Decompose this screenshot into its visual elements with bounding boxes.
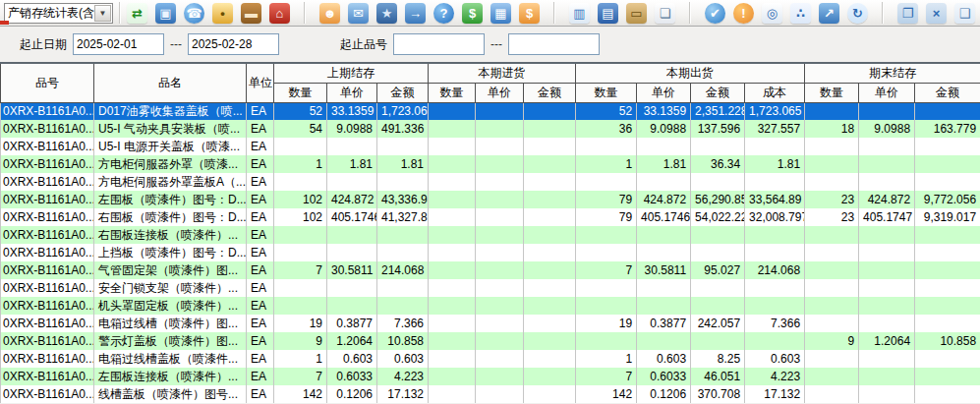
- cell-in-amount[interactable]: [524, 350, 576, 368]
- cell-out-cost[interactable]: 17.132: [745, 385, 805, 403]
- cell-end-price[interactable]: [859, 173, 915, 191]
- cell-in-qty[interactable]: [429, 191, 476, 208]
- cell-in-qty[interactable]: [429, 173, 476, 191]
- cell-out-price[interactable]: [637, 297, 691, 315]
- search-document-icon[interactable]: ◎: [762, 3, 782, 24]
- cell-end-price[interactable]: [859, 368, 915, 385]
- cell-end-qty[interactable]: 23: [805, 191, 859, 208]
- cell-unit[interactable]: EA: [247, 155, 274, 173]
- header-end-price[interactable]: 单价: [859, 83, 915, 102]
- cell-in-price[interactable]: [476, 350, 524, 368]
- cell-out-cost[interactable]: 1.81: [745, 155, 805, 173]
- cell-in-price[interactable]: [476, 155, 524, 173]
- cell-prev-qty[interactable]: 52: [274, 102, 327, 120]
- cell-unit[interactable]: EA: [247, 120, 274, 138]
- cell-prev-qty[interactable]: 9: [274, 332, 327, 350]
- cell-end-amount[interactable]: [915, 244, 980, 261]
- cell-end-qty[interactable]: [805, 368, 859, 385]
- help-icon[interactable]: ?: [433, 3, 454, 24]
- cell-end-qty[interactable]: [805, 138, 859, 155]
- cell-in-amount[interactable]: [524, 173, 576, 191]
- phone-icon[interactable]: ☎: [184, 3, 204, 24]
- cell-out-cost[interactable]: 1,723.065: [745, 102, 805, 120]
- cell-end-qty[interactable]: [805, 244, 859, 261]
- header-prev-qty[interactable]: 数量: [274, 83, 327, 102]
- chevron-down-icon[interactable]: ▼: [94, 5, 111, 22]
- cell-prev-amount[interactable]: 1.81: [377, 155, 429, 173]
- cell-item-name[interactable]: 气管固定架（喷漆件）图...: [94, 261, 247, 279]
- cell-prev-qty[interactable]: 19: [274, 315, 327, 332]
- cell-item-no[interactable]: 0XRX-B1161A0...: [1, 120, 94, 138]
- cell-out-cost[interactable]: 4.223: [745, 368, 805, 385]
- refresh-icon[interactable]: ↻: [847, 3, 868, 24]
- cell-out-amount[interactable]: 36.34: [691, 155, 745, 173]
- restore-window-icon[interactable]: ❐: [897, 3, 918, 24]
- cell-out-price[interactable]: [637, 226, 691, 244]
- cell-prev-amount[interactable]: [377, 297, 429, 315]
- copy-icon[interactable]: ❏: [655, 3, 675, 24]
- cell-end-amount[interactable]: [915, 173, 980, 191]
- cell-out-cost[interactable]: 33,564.89: [745, 191, 805, 208]
- cell-out-amount[interactable]: [691, 173, 745, 191]
- cell-out-price[interactable]: 1.81: [637, 155, 691, 173]
- cell-end-amount[interactable]: [915, 261, 980, 279]
- table-row[interactable]: 0XRX-B1161A0...U5-I 气动夹具安装板（喷...EA549.09…: [1, 120, 980, 138]
- cell-item-no[interactable]: 0XRX-B1161A0...: [1, 279, 94, 297]
- cell-prev-amount[interactable]: 10.858: [377, 332, 429, 350]
- cell-out-qty[interactable]: 36: [576, 120, 637, 138]
- cell-unit[interactable]: EA: [247, 350, 274, 368]
- cell-in-amount[interactable]: [524, 138, 576, 155]
- cell-out-amount[interactable]: [691, 332, 745, 350]
- table-row[interactable]: 0XRX-B1161A0...警示灯盖板（喷漆件）图...EA91.206410…: [1, 332, 980, 350]
- cell-prev-amount[interactable]: 41,327.814: [377, 208, 429, 226]
- cell-prev-qty[interactable]: 102: [274, 191, 327, 208]
- cell-prev-price[interactable]: 30.5811: [327, 261, 377, 279]
- cell-unit[interactable]: EA: [247, 244, 274, 261]
- cell-item-no[interactable]: 0XRX-B1161A0...: [1, 368, 94, 385]
- cell-out-cost[interactable]: 32,008.797: [745, 208, 805, 226]
- cell-item-name[interactable]: 安全门锁支架（喷漆件）...: [94, 279, 247, 297]
- cell-prev-qty[interactable]: 1: [274, 155, 327, 173]
- cart-icon[interactable]: ▦: [490, 3, 511, 24]
- table-row[interactable]: 0XRX-B1161A0...D017油雾收集器盖板（喷...EA5233.13…: [1, 102, 980, 120]
- cell-out-qty[interactable]: 1: [576, 155, 637, 173]
- table-row[interactable]: 0XRX-B1161A0...气管固定架（喷漆件）图...EA730.58112…: [1, 261, 980, 279]
- cell-end-qty[interactable]: [805, 385, 859, 403]
- cell-in-qty[interactable]: [429, 208, 476, 226]
- cell-prev-qty[interactable]: [274, 138, 327, 155]
- cell-out-cost[interactable]: [745, 279, 805, 297]
- cell-item-name[interactable]: 电箱过线槽盖板（喷漆件...: [94, 350, 247, 368]
- cell-item-no[interactable]: 0XRX-B1161A0...: [1, 102, 94, 120]
- cell-out-qty[interactable]: 1: [576, 350, 637, 368]
- cell-out-cost[interactable]: [745, 297, 805, 315]
- cell-end-qty[interactable]: [805, 173, 859, 191]
- cell-item-no[interactable]: 0XRX-B1161A0...: [1, 350, 94, 368]
- cell-end-price[interactable]: [859, 244, 915, 261]
- header-out-qty[interactable]: 数量: [576, 83, 637, 102]
- cell-in-amount[interactable]: [524, 191, 576, 208]
- approve-icon[interactable]: ✔: [705, 3, 725, 24]
- cell-in-price[interactable]: [476, 368, 524, 385]
- cell-prev-qty[interactable]: 142: [274, 385, 327, 403]
- cell-item-name[interactable]: 右围板（喷漆件）图号：D...: [94, 208, 247, 226]
- item-to-input[interactable]: [508, 33, 600, 55]
- cell-in-price[interactable]: [476, 191, 524, 208]
- cell-end-qty[interactable]: 18: [805, 120, 859, 138]
- cell-prev-qty[interactable]: [274, 226, 327, 244]
- cell-out-cost[interactable]: [745, 226, 805, 244]
- cell-item-name[interactable]: 左围板（喷漆件）图号：D...: [94, 191, 247, 208]
- alarm-bell-icon[interactable]: !: [733, 3, 754, 24]
- cell-in-amount[interactable]: [524, 155, 576, 173]
- cell-item-name[interactable]: 右围板连接板（喷漆件）...: [94, 226, 247, 244]
- table-row[interactable]: 0XRX-B1161A0...方电柜伺服器外罩盖板A（...EA: [1, 173, 980, 191]
- cell-in-price[interactable]: [476, 138, 524, 155]
- cell-out-cost[interactable]: 327.557: [745, 120, 805, 138]
- cell-out-qty[interactable]: [576, 279, 637, 297]
- cell-in-qty[interactable]: [429, 244, 476, 261]
- cell-in-amount[interactable]: [524, 208, 576, 226]
- cell-in-amount[interactable]: [524, 315, 576, 332]
- cell-out-amount[interactable]: 8.25: [691, 350, 745, 368]
- cell-unit[interactable]: EA: [247, 297, 274, 315]
- language-convert-icon[interactable]: ⇄: [127, 3, 147, 24]
- cell-out-cost[interactable]: 7.366: [745, 315, 805, 332]
